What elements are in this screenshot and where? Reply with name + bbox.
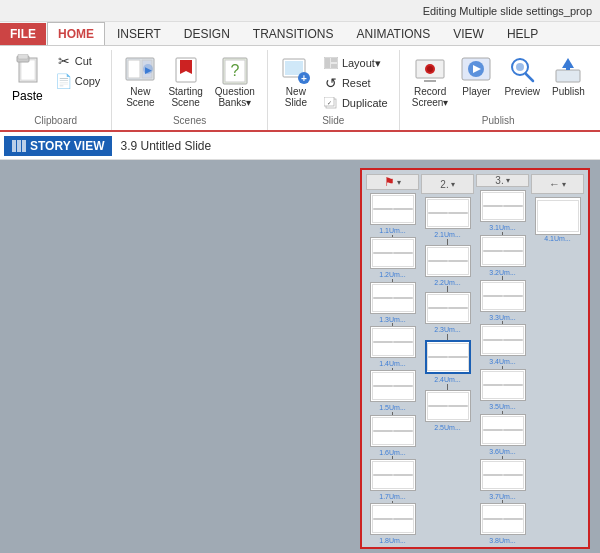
chevron-down-icon-3: ▾ [506, 176, 510, 185]
story-view-button[interactable]: STORY VIEW [4, 136, 112, 156]
clipboard-content: Paste ✂ Cut 📄 Copy [8, 52, 103, 113]
slide-label-1-4: 1.4Um... [379, 360, 405, 368]
publish-button[interactable]: Publish [548, 52, 589, 99]
publish-icon [552, 54, 584, 86]
duplicate-button[interactable]: ✓ Duplicate [320, 94, 391, 112]
svg-rect-19 [325, 58, 330, 68]
cut-icon: ✂ [56, 53, 72, 69]
reset-button[interactable]: ↺ Reset [320, 74, 391, 92]
publish-content: RecordScreen▾ Player [408, 52, 589, 113]
svg-rect-35 [556, 70, 580, 82]
new-slide-button[interactable]: + NewSlide [276, 52, 316, 110]
slide-thumb-3-3[interactable] [480, 280, 526, 312]
column-header-1[interactable]: ⚑ ▾ [366, 174, 419, 190]
tab-animations[interactable]: ANIMATIONS [345, 22, 441, 45]
new-scene-button[interactable]: ▶ NewScene [120, 52, 160, 110]
slide-thumb-3-7[interactable] [480, 459, 526, 491]
slide-thumb-2-5[interactable] [425, 390, 471, 422]
svg-rect-28 [424, 80, 436, 82]
record-screen-button[interactable]: RecordScreen▾ [408, 52, 453, 110]
layout-label: Layout▾ [342, 57, 381, 70]
question-banks-button[interactable]: ? QuestionBanks▾ [211, 52, 259, 110]
slide-inner-1-5 [372, 372, 414, 400]
slide-inner-3-8 [482, 505, 524, 533]
copy-label: Copy [75, 75, 101, 87]
new-slide-icon: + [280, 54, 312, 86]
slide-thumb-1-1[interactable] [370, 193, 416, 225]
slide-inner-2-1 [427, 199, 469, 227]
paste-button[interactable]: Paste [8, 52, 47, 105]
svg-rect-3 [18, 54, 28, 59]
slide-thumb-4-1[interactable] [535, 197, 581, 235]
slide-label-1-8: 1.8Um... [379, 537, 405, 545]
tab-transitions[interactable]: TRANSITIONS [242, 22, 345, 45]
slide-label-3-8: 3.8Um... [489, 537, 515, 545]
slide-thumb-3-5[interactable] [480, 369, 526, 401]
preview-label: Preview [504, 86, 540, 97]
svg-text:+: + [301, 73, 307, 84]
slide-thumb-1-6[interactable] [370, 415, 416, 447]
slide-inner-1-6 [372, 417, 414, 445]
tab-view[interactable]: VIEW [442, 22, 495, 45]
record-screen-icon [414, 54, 446, 86]
publish-label: Publish [552, 86, 585, 97]
tab-insert[interactable]: INSERT [106, 22, 172, 45]
slide-label-1-5: 1.5Um... [379, 404, 405, 412]
tab-file[interactable]: FILE [0, 23, 46, 45]
svg-rect-1 [21, 60, 35, 80]
cut-button[interactable]: ✂ Cut [53, 52, 104, 70]
reset-label: Reset [342, 77, 371, 89]
ribbon: Paste ✂ Cut 📄 Copy Clipboard [0, 46, 600, 132]
story-bar: STORY VIEW 3.9 Untitled Slide [0, 132, 600, 160]
slide-inner-3-2 [482, 237, 524, 265]
starting-scene-button[interactable]: StartingScene [164, 52, 206, 110]
column-header-3[interactable]: 3. ▾ [476, 174, 529, 187]
slide-thumb-3-8[interactable] [480, 503, 526, 535]
slide-thumb-1-5[interactable] [370, 370, 416, 402]
slide-thumb-3-2[interactable] [480, 235, 526, 267]
slide-label-2-3: 2.3Um... [434, 326, 460, 334]
slide-thumb-2-4[interactable] [425, 340, 471, 374]
slide-inner-2-4 [427, 343, 469, 371]
slide-inner-2-2 [427, 247, 469, 275]
slide-label-2-2: 2.2Um... [434, 279, 460, 287]
slide-label-2-1: 2.1Um... [434, 231, 460, 239]
tab-design[interactable]: DESIGN [173, 22, 241, 45]
copy-button[interactable]: 📄 Copy [53, 72, 104, 90]
slide-label-group: Slide [322, 113, 344, 126]
slide-thumb-1-2[interactable] [370, 237, 416, 269]
chevron-down-icon-2: ▾ [451, 180, 455, 189]
slide-thumb-1-4[interactable] [370, 326, 416, 358]
chevron-down-icon-4: ▾ [562, 180, 566, 189]
duplicate-label: Duplicate [342, 97, 388, 109]
svg-point-27 [427, 66, 433, 72]
player-label: Player [462, 86, 490, 97]
slide-inner-3-4 [482, 326, 524, 354]
slide-label-1-1: 1.1Um... [379, 227, 405, 235]
slide-thumb-3-4[interactable] [480, 324, 526, 356]
column-header-2[interactable]: 2. ▾ [421, 174, 474, 194]
player-button[interactable]: Player [456, 52, 496, 99]
slide-column-1: ⚑ ▾ 1.1Um... 1.2Um... 1.3Um... 1.4Um... [366, 174, 419, 545]
slide-thumb-2-1[interactable] [425, 197, 471, 229]
slide-thumb-3-1[interactable] [480, 190, 526, 222]
starting-scene-icon [170, 54, 202, 86]
svg-rect-5 [128, 60, 140, 78]
slide-label-3-4: 3.4Um... [489, 358, 515, 366]
story-view-icon [12, 140, 26, 152]
tab-home[interactable]: HOME [47, 22, 105, 45]
slide-thumb-1-8[interactable] [370, 503, 416, 535]
slide-thumb-3-6[interactable] [480, 414, 526, 446]
slide-thumb-1-3[interactable] [370, 282, 416, 314]
layout-icon [323, 55, 339, 71]
paste-label: Paste [12, 89, 43, 103]
slide-thumb-1-7[interactable] [370, 459, 416, 491]
slide-thumb-2-2[interactable] [425, 245, 471, 277]
tab-help[interactable]: HELP [496, 22, 549, 45]
preview-button[interactable]: Preview [500, 52, 544, 99]
scenes-content: ▶ NewScene StartingScene [120, 52, 259, 113]
slide-thumb-2-3[interactable] [425, 292, 471, 324]
layout-button[interactable]: Layout▾ [320, 54, 391, 72]
slide-label-2-5: 2.5Um... [434, 424, 460, 432]
column-header-4[interactable]: ← ▾ [531, 174, 584, 194]
